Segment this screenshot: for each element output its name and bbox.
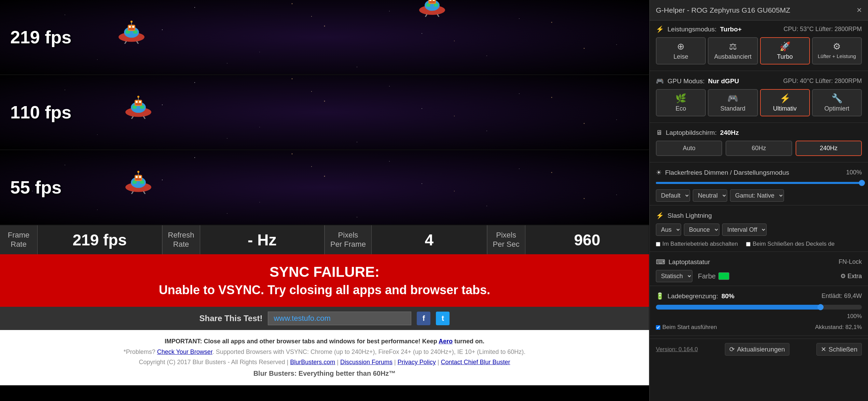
stat-value-pixels-per-frame: 4 xyxy=(372,231,487,249)
slash-interval-dropdown[interactable]: Interval Off xyxy=(722,224,767,236)
gpu-mode-optimiert[interactable]: 🔧 Optimiert xyxy=(812,89,862,116)
battery-checkbox-2[interactable] xyxy=(746,242,750,246)
autostart-label[interactable]: Beim Start ausführen xyxy=(656,324,717,331)
ausbalanciert-label: Ausbalanciert xyxy=(714,53,752,60)
close-app-label: Schließen xyxy=(828,346,857,353)
battery-max-label: 100% xyxy=(847,313,862,320)
sidebar-bottom-row: Version: 0.164.0 ⟳ Aktualisierungen ✕ Sc… xyxy=(650,339,868,360)
divider-5 xyxy=(650,252,868,252)
optimiert-icon: 🔧 xyxy=(831,93,842,104)
blur-busters-link[interactable]: BlurBusters.com xyxy=(290,359,335,366)
autostart-checkbox[interactable] xyxy=(656,325,660,330)
screen-240hz-button[interactable]: 240Hz xyxy=(796,141,862,156)
performance-mode-buttons: ⊕ Leise ⚖ Ausbalanciert 🚀 Turbo ⚙ Lüfter… xyxy=(650,35,868,69)
slash-label: Slash Lightning xyxy=(667,212,712,219)
battery-checkbox-1[interactable] xyxy=(656,242,660,246)
check-browser-link[interactable]: Check Your Browser xyxy=(157,348,212,355)
color-mode-dropdown[interactable]: Neutral xyxy=(693,189,727,202)
ufo-sprite-3 xyxy=(123,170,154,199)
stat-label-frame-rate: Frame Rate xyxy=(0,225,38,254)
gpu-label: GPU Modus: xyxy=(667,77,705,85)
brightness-slider-thumb[interactable] xyxy=(859,180,865,186)
aero-link[interactable]: Aero xyxy=(439,338,453,345)
share-url-input[interactable] xyxy=(268,312,411,325)
performance-section-header: ⚡ Leistungsmodus: Turbo+ CPU: 53°C Lüfte… xyxy=(650,20,868,35)
gpu-mode-label: Nur dGPU xyxy=(708,77,739,85)
sync-failure-subtitle: Unable to VSYNC. Try closing all apps an… xyxy=(7,283,642,297)
brightness-section-header: ☀ Flackerfreies Dimmen / Darstellungsmod… xyxy=(650,164,868,178)
fps-strip-2: 110 fps xyxy=(0,75,649,150)
battery-slider-thumb[interactable] xyxy=(817,304,824,310)
stat-label-pixels-per-frame: Pixels Per Frame xyxy=(325,225,372,254)
ausbalanciert-icon: ⚖ xyxy=(729,41,737,52)
leise-icon: ⊕ xyxy=(677,41,685,52)
screen-auto-button[interactable]: Auto xyxy=(656,141,722,156)
updates-button[interactable]: ⟳ Aktualisierungen xyxy=(725,343,789,356)
gpu-mode-eco[interactable]: 🌿 Eco xyxy=(656,89,706,116)
stats-bar: Frame Rate 219 fps Refresh Rate - Hz Pix… xyxy=(0,225,649,254)
brightness-slider-row xyxy=(650,178,868,187)
stat-cell-refresh-rate: Refresh Rate - Hz xyxy=(163,225,325,254)
updates-icon: ⟳ xyxy=(729,345,735,353)
ufo-sprite-1 xyxy=(116,20,147,49)
svg-point-33 xyxy=(137,96,139,98)
perf-mode-luefter[interactable]: ⚙ Lüfter + Leistung xyxy=(812,37,862,65)
twitter-share-button[interactable]: t xyxy=(436,312,450,325)
brightness-slider-track[interactable] xyxy=(656,182,862,184)
keyboard-color-swatch[interactable] xyxy=(718,272,729,280)
share-bar: Share This Test! f t xyxy=(0,307,649,330)
brightness-icon: ☀ xyxy=(656,169,662,176)
battery-checkbox-1-label[interactable]: Im Batteriebetrieb abschalten xyxy=(656,241,738,247)
perf-mode-leise[interactable]: ⊕ Leise xyxy=(656,37,706,65)
performance-mode-label: Turbo+ xyxy=(720,26,742,33)
discussion-forums-link[interactable]: Discussion Forums xyxy=(340,359,392,366)
slash-effect-dropdown[interactable]: Bounce xyxy=(684,224,719,236)
facebook-share-button[interactable]: f xyxy=(417,312,430,325)
stat-cell-pixels-per-frame: Pixels Per Frame 4 xyxy=(325,225,487,254)
autostart-row: Beim Start ausführen Akkustand: 82,1% xyxy=(650,320,868,334)
battery-checkbox-1-text: Im Batteriebetrieb abschalten xyxy=(662,241,738,247)
svg-line-22 xyxy=(425,14,427,17)
svg-point-42 xyxy=(139,176,141,178)
keyboard-mode-dropdown[interactable]: Statisch xyxy=(656,270,692,282)
stat-label-refresh-rate: Refresh Rate xyxy=(163,225,200,254)
version-link[interactable]: Version: 0.164.0 xyxy=(656,346,698,353)
perf-mode-turbo[interactable]: 🚀 Turbo xyxy=(760,37,810,65)
info-section: IMPORTANT: Close all apps and other brow… xyxy=(0,330,649,385)
sidebar-close-button[interactable]: × xyxy=(857,5,862,15)
gamut-dropdown[interactable]: Gamut: Native xyxy=(730,189,784,202)
perf-mode-ausbalanciert[interactable]: ⚖ Ausbalanciert xyxy=(708,37,758,65)
divider-7 xyxy=(650,335,868,336)
svg-point-5 xyxy=(129,26,131,28)
svg-rect-19 xyxy=(429,2,435,3)
divider-6 xyxy=(650,286,868,286)
fps-strip-3: 55 fps xyxy=(0,150,649,225)
stat-cell-pixels-per-sec: Pixels Per Sec 960 xyxy=(487,225,649,254)
display-mode-dropdown[interactable]: Default xyxy=(656,189,690,202)
info-important: IMPORTANT: Close all apps and other brow… xyxy=(14,336,635,347)
svg-line-34 xyxy=(132,116,133,119)
contact-link[interactable]: Contact Chief Blur Buster xyxy=(441,359,510,366)
gpu-mode-standard[interactable]: 🎮 Standard xyxy=(708,89,758,116)
battery-checkbox-2-label[interactable]: Beim Schließen des Deckels de xyxy=(746,241,835,247)
gpu-mode-ultimativ[interactable]: ⚡ Ultimativ xyxy=(760,89,810,116)
screen-60hz-button[interactable]: 60Hz xyxy=(726,141,792,156)
svg-line-47 xyxy=(143,191,145,194)
keyboard-extra-button[interactable]: ⚙ Extra xyxy=(840,272,862,280)
privacy-policy-link[interactable]: Privacy Policy xyxy=(398,359,436,366)
svg-line-46 xyxy=(132,191,133,194)
fps-strip-1: 219 fps xyxy=(0,0,649,75)
svg-rect-28 xyxy=(135,100,142,106)
akku-status: Akkustand: 82,1% xyxy=(815,324,862,331)
battery-slider-track[interactable] xyxy=(656,305,862,310)
divider-2 xyxy=(650,123,868,123)
close-app-button[interactable]: ✕ Schließen xyxy=(816,343,862,356)
screen-auto-label: Auto xyxy=(683,145,695,152)
performance-icon: ⚡ xyxy=(656,25,664,33)
svg-point-45 xyxy=(137,171,139,173)
keyboard-icon: ⌨ xyxy=(656,258,665,266)
svg-point-41 xyxy=(136,176,138,178)
slash-mode-dropdown[interactable]: Aus xyxy=(656,224,681,236)
gpu-mode-buttons: 🌿 Eco 🎮 Standard ⚡ Ultimativ 🔧 Optimiert xyxy=(650,87,868,121)
svg-point-29 xyxy=(136,101,138,103)
